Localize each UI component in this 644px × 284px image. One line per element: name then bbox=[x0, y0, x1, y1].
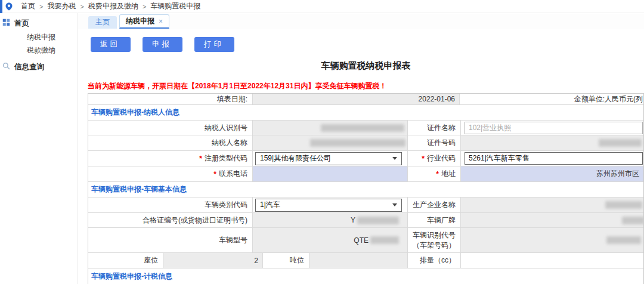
cert-no-value bbox=[461, 135, 643, 150]
sidebar-item-tax-payment[interactable]: 税款缴纳 bbox=[0, 44, 77, 57]
breadcrumb-taxes[interactable]: 我要办税 bbox=[47, 1, 76, 11]
declare-button[interactable]: 申报 bbox=[143, 37, 182, 52]
section-header-row: 车辆购置税申报-纳税人信息 bbox=[88, 105, 643, 121]
tab-label: 纳税申报 bbox=[126, 16, 154, 26]
reg-type-select[interactable]: 159|其他有限责任公司 bbox=[255, 152, 402, 165]
section-header-row: 车辆购置税申报-车辆基本信息 bbox=[88, 182, 643, 197]
taxpayer-name-value bbox=[253, 135, 408, 150]
page-title: 车辆购置税纳税申报表 bbox=[88, 60, 644, 72]
manufacturer-label: 生产企业名称 bbox=[408, 197, 461, 212]
taxpayer-id-value bbox=[253, 121, 408, 135]
label-text: 联系电话 bbox=[219, 169, 247, 179]
vehicle-purchase-tax-page: 首页 > 我要办税 > 税费申报及缴纳 > 车辆购置税申报 首页 纳税申报 税款… bbox=[0, 0, 644, 284]
required-marker: * bbox=[213, 170, 216, 178]
table-row: 车辆型号 QTE 车辆识别代号（车架号码） bbox=[88, 228, 643, 253]
breadcrumb-declare-pay[interactable]: 税费申报及缴纳 bbox=[88, 1, 138, 11]
cert-name-input[interactable]: 102|营业执照 bbox=[465, 122, 643, 134]
phone-input[interactable] bbox=[253, 166, 408, 181]
close-icon[interactable]: × bbox=[159, 17, 163, 26]
cert-number-value: Y bbox=[253, 213, 408, 227]
sidebar-item-label: 信息查询 bbox=[14, 62, 44, 72]
redacted-value bbox=[606, 236, 641, 244]
value-prefix: Y bbox=[351, 216, 355, 224]
breadcrumb-separator: > bbox=[39, 3, 43, 10]
address-input[interactable]: 苏州苏州市区 bbox=[461, 166, 643, 181]
sidebar-item-home[interactable]: 首页 bbox=[0, 16, 77, 30]
tab-tax-declaration[interactable]: 纳税申报 × bbox=[119, 14, 169, 29]
redacted-value bbox=[622, 217, 643, 224]
seats-value: 2 bbox=[163, 253, 263, 268]
section-header-row: 车辆购置税申报-计税信息 bbox=[88, 268, 643, 284]
left-edge-accent bbox=[0, 0, 2, 14]
seats-label: 座位 bbox=[88, 253, 163, 268]
required-marker: * bbox=[199, 155, 202, 163]
redacted-value bbox=[357, 217, 399, 224]
cert-name-label: 证件名称 bbox=[408, 121, 461, 135]
table-row: 车辆类别代码 1|汽车 生产企业名称 bbox=[88, 197, 643, 213]
taxpayer-name-label: 纳税人名称 bbox=[88, 135, 253, 150]
table-row: 座位 2 吨位 排量（cc） bbox=[88, 253, 643, 268]
taxpayer-id-label: 纳税人识别号 bbox=[88, 121, 253, 135]
vehicle-type-cell: 1|汽车 bbox=[253, 197, 408, 212]
vehicle-type-label: 车辆类别代码 bbox=[88, 197, 253, 212]
tab-bar: 主页 纳税申报 × bbox=[78, 14, 644, 29]
table-row: 纳税人识别号 证件名称 102|营业执照 bbox=[88, 121, 643, 135]
model-value: QTE bbox=[253, 228, 408, 252]
redacted-value bbox=[321, 124, 404, 132]
table-row: 纳税人名称 证件号码 bbox=[88, 135, 643, 151]
reg-type-label: * 注册类型代码 bbox=[88, 151, 253, 166]
table-row: 合格证编号(或货物进口证明书号) Y 车辆厂牌 bbox=[88, 213, 643, 228]
tonnage-label: 吨位 bbox=[263, 253, 309, 268]
breadcrumb-current: 车辆购置税申报 bbox=[150, 1, 200, 11]
phone-label: * 联系电话 bbox=[88, 166, 253, 181]
label-text: 行业代码 bbox=[427, 153, 456, 163]
label-text: 地址 bbox=[441, 169, 456, 179]
brand-label: 车辆厂牌 bbox=[408, 213, 461, 227]
displacement-value bbox=[461, 253, 643, 268]
sidebar-item-label: 首页 bbox=[14, 18, 29, 29]
redacted-value bbox=[599, 139, 642, 147]
address-label: * 地址 bbox=[408, 166, 461, 181]
breadcrumb-separator: > bbox=[80, 3, 83, 10]
cert-name-cell: 102|营业执照 bbox=[461, 121, 643, 135]
required-marker: * bbox=[436, 170, 439, 178]
print-button[interactable]: 打印 bbox=[194, 37, 234, 52]
location-pin-icon bbox=[5, 2, 13, 11]
redacted-value bbox=[310, 139, 405, 147]
tab-home[interactable]: 主页 bbox=[88, 16, 117, 29]
brand-value bbox=[461, 213, 643, 227]
sidebar: 首页 纳税申报 税款缴纳 信息查询 bbox=[0, 13, 78, 284]
cert-no-label: 证件号码 bbox=[408, 135, 461, 150]
sidebar-item-tax-declaration[interactable]: 纳税申报 bbox=[0, 30, 77, 44]
toolbar: 返回 申报 打印 bbox=[91, 37, 234, 52]
table-row: * 注册类型代码 159|其他有限责任公司 * 行业代码 5261|汽车新车零售 bbox=[88, 151, 643, 166]
chevron-down-icon bbox=[392, 157, 397, 160]
breadcrumb: 首页 > 我要办税 > 税费申报及缴纳 > 车辆购置税申报 bbox=[0, 0, 644, 13]
section-vehicle-info: 车辆购置税申报-车辆基本信息 bbox=[88, 182, 643, 197]
selected-option: 159|其他有限责任公司 bbox=[260, 153, 331, 163]
search-icon bbox=[2, 62, 10, 72]
breadcrumb-separator: > bbox=[143, 3, 146, 10]
vin-label: 车辆识别代号（车架号码） bbox=[408, 228, 461, 252]
table-row: 填表日期: 2022-01-06 金额单位:人民币元(列 bbox=[88, 94, 643, 105]
declaration-table: 填表日期: 2022-01-06 金额单位:人民币元(列 车辆购置税申报-纳税人… bbox=[88, 93, 644, 284]
vin-value bbox=[461, 228, 643, 252]
industry-code-cell: 5261|汽车新车零售 bbox=[461, 151, 643, 166]
section-tax-calc-info: 车辆购置税申报-计税信息 bbox=[88, 268, 643, 284]
back-button[interactable]: 返回 bbox=[91, 37, 131, 52]
amount-unit-note: 金额单位:人民币元(列 bbox=[460, 94, 643, 104]
sidebar-item-info-query[interactable]: 信息查询 bbox=[0, 60, 77, 74]
section-taxpayer-info: 车辆购置税申报-纳税人信息 bbox=[88, 105, 643, 120]
chevron-down-icon bbox=[392, 203, 397, 206]
model-label: 车辆型号 bbox=[88, 228, 253, 252]
vehicle-type-select[interactable]: 1|汽车 bbox=[255, 199, 402, 212]
industry-code-input[interactable]: 5261|汽车新车零售 bbox=[465, 152, 643, 165]
table-row: * 联系电话 * 地址 苏州苏州市区 bbox=[88, 166, 643, 182]
reg-type-cell: 159|其他有限责任公司 bbox=[253, 151, 408, 166]
cert-number-label: 合格证编号(或货物进口证明书号) bbox=[88, 213, 253, 227]
exemption-notice: 当前为新能源车辆，开票日期在【2018年1月1日至2022年12月31日内】享受… bbox=[88, 81, 644, 91]
label-text: 注册类型代码 bbox=[205, 153, 247, 163]
fill-date-label: 填表日期: bbox=[88, 94, 253, 104]
displacement-label: 排量（cc） bbox=[408, 253, 461, 268]
breadcrumb-home[interactable]: 首页 bbox=[21, 1, 35, 11]
